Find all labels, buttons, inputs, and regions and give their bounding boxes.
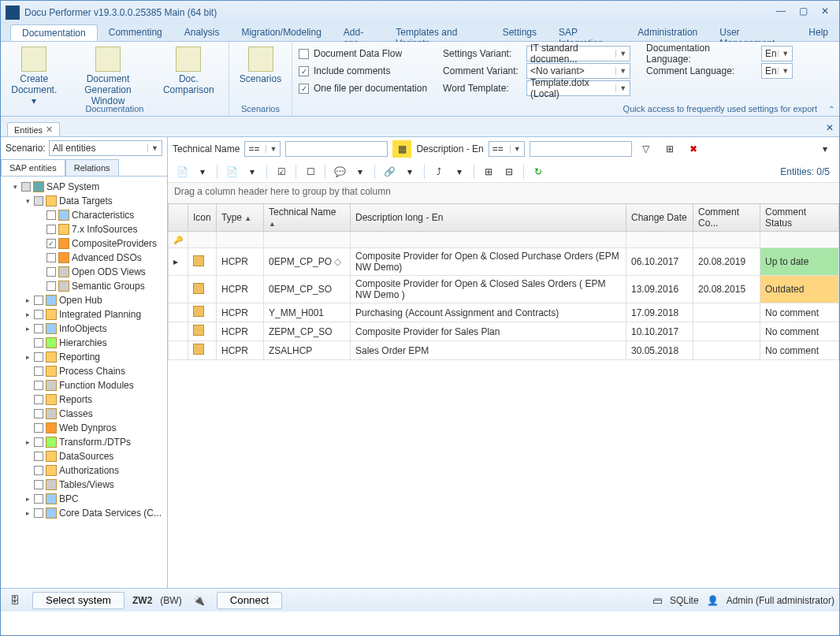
ribbon-tab-migration-modeling[interactable]: Migration/Modeling — [230, 24, 332, 41]
tree-item[interactable]: Hierarchies — [2, 336, 165, 350]
scenarios-button[interactable]: Scenarios — [236, 45, 285, 86]
one-file-checkbox[interactable]: ✓ — [299, 84, 309, 94]
checkbox[interactable] — [46, 225, 56, 234]
doc-button[interactable]: 📄 — [222, 163, 241, 180]
table-row[interactable]: HCPRZEPM_CP_SOComposite Provider for Sal… — [169, 322, 839, 341]
system-icon[interactable]: 🗄 — [6, 592, 24, 609]
checkbox[interactable] — [34, 508, 43, 518]
highlight-filter-button[interactable]: ▦ — [392, 140, 411, 158]
checkbox[interactable] — [34, 381, 43, 390]
ribbon-tab-commenting[interactable]: Commenting — [98, 24, 173, 41]
checkbox[interactable] — [34, 196, 43, 206]
checkbox[interactable] — [34, 395, 43, 404]
tree-item[interactable]: ▸InfoObjects — [2, 322, 165, 336]
ribbon-tab-help[interactable]: Help — [797, 24, 839, 41]
tree-item[interactable]: ▸Open Hub — [2, 293, 165, 307]
checkbox[interactable] — [46, 267, 56, 277]
ribbon-tab-templates-and-variants[interactable]: Templates and Variants — [385, 24, 491, 41]
expand-icon[interactable]: ▸ — [24, 438, 32, 446]
table-row[interactable]: HCPRZSALHCPSales Order EPM30.05.2018No c… — [169, 341, 839, 360]
doc-comparison-button[interactable]: Doc. Comparison — [154, 45, 222, 97]
dropdown-icon[interactable]: ▾ — [193, 163, 212, 180]
tree-item[interactable]: Authorizations — [2, 463, 165, 478]
tree-item[interactable]: Reports — [2, 392, 165, 407]
tree-item[interactable]: ▸Core Data Services (C... — [2, 506, 165, 520]
tree-item[interactable]: 7.x InfoSources — [2, 222, 165, 236]
deselect-button[interactable]: ☐ — [301, 163, 320, 180]
select-system-button[interactable]: Select system — [32, 592, 125, 609]
expand-collapse-icon[interactable]: ⌃ — [828, 105, 834, 113]
ribbon-tab-add-ons[interactable]: Add-ons — [333, 24, 385, 41]
tree-item[interactable]: Function Modules — [2, 378, 165, 392]
comment-language-combo[interactable]: En▼ — [761, 63, 793, 79]
tree-item[interactable]: Advanced DSOs — [2, 251, 165, 265]
filter-button[interactable]: ▽ — [637, 140, 656, 158]
tree-item[interactable]: Classes — [2, 407, 165, 421]
include-comments-checkbox[interactable]: ✓ — [299, 66, 309, 76]
table-row[interactable]: ▸HCPR0EPM_CP_PO ◇Composite Provider for … — [169, 248, 839, 276]
entity-tree[interactable]: ▾SAP System▾Data TargetsCharacteristics7… — [1, 177, 167, 588]
checkbox[interactable] — [34, 366, 43, 376]
settings-variant-combo[interactable]: IT standard documen...▼ — [526, 46, 630, 61]
tab-relations[interactable]: Relations — [65, 159, 119, 176]
tree-item[interactable]: Open ODS Views — [2, 265, 165, 279]
tech-name-input[interactable] — [285, 141, 388, 157]
ribbon-tab-documentation[interactable]: Documentation — [10, 24, 98, 41]
ribbon-tab-user-management[interactable]: User Management — [708, 24, 797, 41]
dropdown-icon[interactable]: ▾ — [243, 163, 262, 180]
dropdown-icon[interactable]: ▾ — [351, 163, 370, 180]
desc-operator[interactable]: ==▼ — [489, 141, 525, 157]
dropdown-icon[interactable]: ▾ — [450, 163, 469, 180]
checkbox[interactable]: ✓ — [46, 239, 56, 248]
expand-icon[interactable]: ▸ — [24, 311, 32, 318]
checkbox[interactable] — [34, 423, 43, 433]
group-hint[interactable]: Drag a column header here to group by th… — [168, 183, 839, 203]
ribbon-tab-analysis[interactable]: Analysis — [173, 24, 231, 41]
scenario-combo[interactable]: All entities▼ — [49, 140, 162, 156]
dropdown-button[interactable]: ▾ — [816, 140, 834, 158]
comment-variant-combo[interactable]: <No variant>▼ — [526, 63, 630, 79]
select-button[interactable]: ☑ — [272, 163, 291, 180]
expand-icon[interactable]: ▾ — [11, 183, 19, 191]
checkbox[interactable] — [34, 296, 43, 305]
column-header[interactable]: Comment Co... — [693, 204, 760, 232]
tab-close-all-icon[interactable]: ✕ — [820, 122, 839, 136]
tree-item[interactable]: Semantic Groups — [2, 279, 165, 293]
link-button[interactable]: 🔗 — [380, 163, 399, 180]
column-header[interactable]: Technical Name ▲ — [264, 204, 351, 232]
checkbox[interactable] — [34, 480, 43, 489]
checkbox[interactable] — [46, 253, 56, 262]
grid-button-1[interactable]: ⊞ — [479, 163, 498, 180]
expand-icon[interactable]: ▸ — [24, 495, 32, 503]
close-button[interactable]: ✕ — [816, 6, 834, 20]
checkbox[interactable] — [34, 437, 43, 447]
expand-icon[interactable]: ▸ — [24, 353, 32, 361]
expand-icon[interactable]: ▾ — [24, 197, 32, 205]
checkbox[interactable] — [34, 494, 43, 504]
tree-item[interactable]: ▸Transform./DTPs — [2, 435, 165, 449]
tree-item[interactable]: ▸BPC — [2, 492, 165, 506]
comment-button[interactable]: 💬 — [330, 163, 349, 180]
clear-filter-button[interactable]: ✖ — [684, 140, 703, 158]
layout-button[interactable]: ⊞ — [660, 140, 679, 158]
tree-item[interactable]: ✓CompositeProviders — [2, 236, 165, 251]
doc-language-combo[interactable]: En▼ — [761, 46, 793, 61]
close-icon[interactable]: ✕ — [46, 125, 53, 135]
export-button[interactable]: ⤴ — [429, 163, 448, 180]
dropdown-icon[interactable]: ▾ — [400, 163, 419, 180]
connect-button[interactable]: Connect — [217, 592, 283, 609]
column-header[interactable] — [169, 204, 188, 232]
tree-item[interactable]: Characteristics — [2, 208, 165, 222]
table-row[interactable]: HCPR0EPM_CP_SOComposite Provider for Ope… — [169, 276, 839, 303]
checkbox[interactable] — [46, 210, 56, 220]
table-row[interactable]: HCPRY_MM_H001Purchasing (Account Assignm… — [169, 303, 839, 322]
checkbox[interactable] — [46, 281, 56, 291]
entities-grid[interactable]: IconType ▲Technical Name ▲Description lo… — [168, 203, 839, 360]
ribbon-tab-settings[interactable]: Settings — [492, 24, 548, 41]
tech-name-operator[interactable]: ==▼ — [244, 141, 281, 157]
tree-item[interactable]: ▸Integrated Planning — [2, 307, 165, 322]
ribbon-tab-sap-integration[interactable]: SAP Integration — [548, 24, 626, 41]
expand-icon[interactable]: ▸ — [24, 325, 32, 333]
checkbox[interactable] — [34, 452, 43, 461]
column-header[interactable]: Type ▲ — [217, 204, 264, 232]
